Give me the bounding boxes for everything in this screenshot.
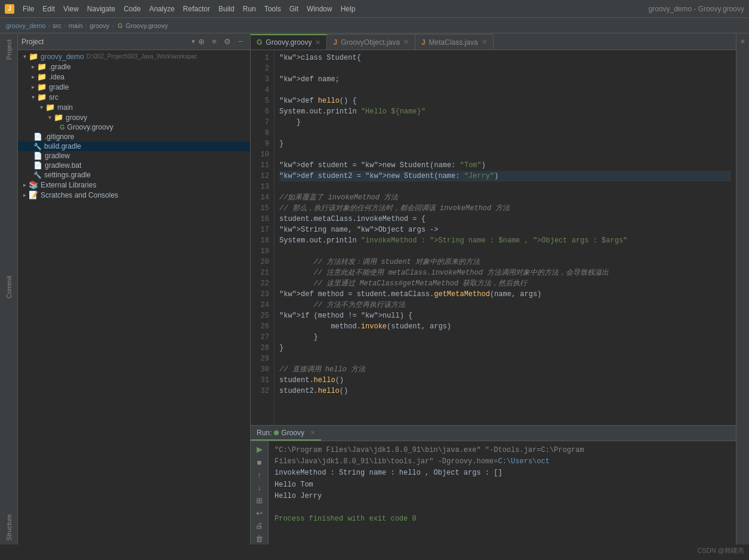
- breadcrumb-file[interactable]: GGroovy.groovy: [116, 22, 168, 29]
- breadcrumb-groovy[interactable]: groovy: [90, 22, 109, 29]
- tab-groovy-close[interactable]: ✕: [315, 39, 320, 47]
- line-number-26: 26: [251, 321, 269, 332]
- locate-file-icon[interactable]: ⊕: [195, 36, 207, 48]
- external-libs-icon: 📚: [29, 180, 38, 189]
- settings-icon[interactable]: ⚙: [221, 36, 233, 48]
- code-editor[interactable]: 1234567891011121314151617181920212223242…: [251, 50, 736, 425]
- groovy-tab-icon: G: [257, 38, 262, 47]
- tree-item-root[interactable]: ▾ 📁 groovy_demo D:\002_Project\003_Java_…: [18, 51, 250, 61]
- breadcrumb-main[interactable]: main: [69, 22, 83, 29]
- line-number-29: 29: [251, 353, 269, 364]
- tree-item-gradle-folder[interactable]: ▸ 📁 gradle: [18, 82, 250, 92]
- tree-label-settings-gradle: settings.gradle: [44, 171, 91, 179]
- menu-item-analyze[interactable]: Analyze: [146, 4, 178, 14]
- tree-item-groovy-file[interactable]: G Groovy.groovy: [18, 122, 250, 132]
- arrow-main: ▾: [37, 104, 45, 110]
- menu-item-code[interactable]: Code: [120, 4, 144, 14]
- tree-item-gradlew[interactable]: 📄 gradlew: [18, 151, 250, 161]
- collapse-all-icon[interactable]: ≡: [208, 36, 220, 48]
- run-output: "C:\Program Files\Java\jdk1.8.0_91\bin\j…: [269, 441, 736, 544]
- menu-item-edit[interactable]: Edit: [39, 4, 58, 14]
- line-number-6: 6: [251, 106, 269, 117]
- run-scroll-up-icon[interactable]: ↑: [253, 469, 266, 481]
- line-number-12: 12: [251, 171, 269, 181]
- run-tab-close[interactable]: ✕: [310, 429, 315, 436]
- code-line-12: "kw">def student2 = "kw">new Student(nam…: [279, 171, 731, 181]
- tree-item-groovy-folder[interactable]: ▾ 📁 groovy: [18, 112, 250, 122]
- breadcrumb-project[interactable]: groovy_demo: [6, 22, 46, 29]
- menu-item-help[interactable]: Help: [337, 4, 359, 14]
- tree-item-src[interactable]: ▾ 📁 src: [18, 92, 250, 102]
- hide-panel-icon[interactable]: −: [235, 36, 246, 48]
- tab-groovy[interactable]: G Groovy.groovy ✕: [251, 34, 327, 50]
- right-icon-1[interactable]: ≡: [738, 36, 748, 47]
- code-line-10: [279, 149, 731, 160]
- code-line-4: [279, 85, 731, 96]
- tree-label-groovy-folder: groovy: [66, 113, 87, 122]
- menu-item-run[interactable]: Run: [239, 4, 260, 14]
- breadcrumb-src[interactable]: src: [53, 22, 61, 29]
- line-number-9: 9: [251, 139, 269, 149]
- tree-label-idea: .idea: [49, 73, 64, 81]
- menu-item-view[interactable]: View: [60, 4, 82, 14]
- menu-item-git[interactable]: Git: [286, 4, 302, 14]
- run-play-icon[interactable]: ▶: [253, 444, 266, 455]
- line-number-19: 19: [251, 246, 269, 257]
- menu-item-refactor[interactable]: Refactor: [180, 4, 214, 14]
- run-wrap-icon[interactable]: ↩: [253, 507, 266, 519]
- tab-metaclass-close[interactable]: ✕: [482, 38, 487, 46]
- commit-tab[interactable]: Commit: [4, 272, 14, 302]
- tree-item-settings-gradle[interactable]: 🔧 settings.gradle: [18, 170, 250, 180]
- structure-tab[interactable]: Structure: [4, 510, 14, 544]
- gitignore-icon: 📄: [33, 133, 42, 141]
- menu-item-tools[interactable]: Tools: [261, 4, 285, 14]
- line-number-24: 24: [251, 300, 269, 310]
- line-number-28: 28: [251, 343, 269, 353]
- run-stop-icon[interactable]: ■: [253, 456, 266, 467]
- tab-groovyobject[interactable]: J GroovyObject.java ✕: [327, 34, 415, 50]
- run-tabs: Run: Groovy ✕: [251, 426, 736, 441]
- menu-item-file[interactable]: File: [19, 4, 38, 14]
- menu-item-navigate[interactable]: Navigate: [84, 4, 119, 14]
- tree-item-gradle-dir[interactable]: ▸ 📁 .gradle: [18, 61, 250, 72]
- run-restore-icon[interactable]: ⊞: [253, 495, 266, 506]
- tree-item-scratches[interactable]: ▸ 📝 Scratches and Consoles: [18, 190, 250, 200]
- tree-label-scratches: Scratches and Consoles: [41, 191, 118, 199]
- menu-item-build[interactable]: Build: [215, 4, 238, 14]
- project-tab[interactable]: Project: [4, 36, 14, 63]
- arrow-src: ▾: [29, 94, 37, 100]
- tab-metaclass-label: MetaClass.java: [429, 38, 478, 47]
- gradle-folder2-icon: 📁: [37, 82, 47, 91]
- arrow-external-libs: ▸: [20, 181, 29, 188]
- tree-label-src: src: [49, 93, 58, 101]
- tree-item-main[interactable]: ▾ 📁 main: [18, 102, 250, 112]
- tree-item-gitignore[interactable]: 📄 .gitignore: [18, 132, 250, 141]
- menu-item-window[interactable]: Window: [303, 4, 336, 14]
- tree-label-groovy-file: Groovy.groovy: [67, 123, 113, 131]
- run-clear-icon[interactable]: 🗑: [253, 533, 266, 544]
- code-line-27: }: [279, 332, 731, 343]
- arrow-gradle: ▸: [29, 63, 37, 70]
- groovy-folder-icon: 📁: [54, 113, 63, 122]
- run-tab[interactable]: Run: Groovy ✕: [251, 426, 321, 441]
- window-title: groovy_demo - Groovy.groovy: [648, 5, 744, 13]
- tab-metaclass[interactable]: J MetaClass.java ✕: [415, 34, 494, 50]
- code-content[interactable]: "kw">class Student{ "kw">def name; "kw">…: [275, 50, 736, 425]
- root-folder-icon: 📁: [29, 52, 38, 61]
- gradlew-icon: 📄: [33, 152, 42, 160]
- tree-item-build-gradle[interactable]: 🔧 build.gradle: [18, 141, 250, 151]
- line-number-18: 18: [251, 235, 269, 246]
- menu-bar[interactable]: FileEditViewNavigateCodeAnalyzeRefactorB…: [19, 4, 648, 14]
- run-scroll-down-icon[interactable]: ↓: [253, 482, 266, 493]
- tree-item-external-libs[interactable]: ▸ 📚 External Libraries: [18, 180, 250, 190]
- tab-groovyobject-close[interactable]: ✕: [403, 38, 409, 46]
- arrow-scratches: ▸: [20, 192, 29, 198]
- line-number-31: 31: [251, 375, 269, 386]
- line-number-1: 1: [251, 53, 269, 63]
- tree-item-idea[interactable]: ▸ 📁 .idea: [18, 72, 250, 82]
- run-output-line: Hello Jerry: [275, 491, 730, 502]
- run-print-icon[interactable]: 🖨: [253, 520, 266, 531]
- code-line-28: }: [279, 343, 731, 353]
- code-line-18: System.out.println "invokeMethod : ">Str…: [279, 235, 731, 246]
- tree-item-gradlew-bat[interactable]: 📄 gradlew.bat: [18, 161, 250, 170]
